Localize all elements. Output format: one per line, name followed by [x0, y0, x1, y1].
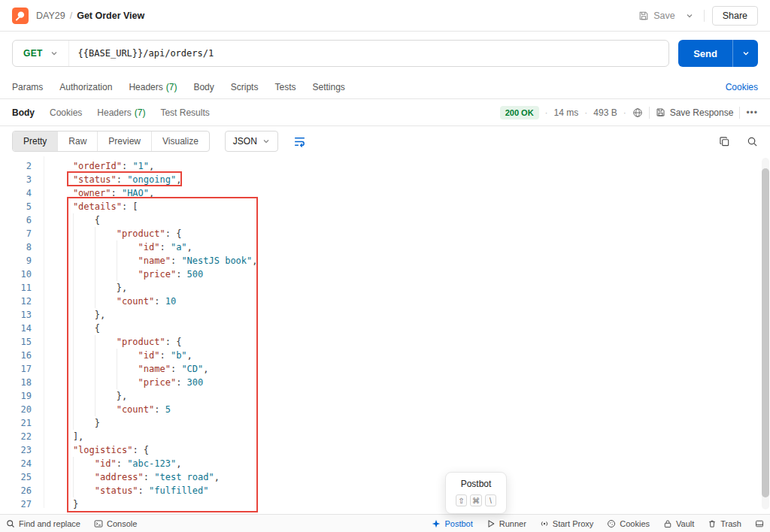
code-text: "address": "test road", [32, 470, 220, 484]
code-text: ], [32, 430, 83, 443]
postbot-tooltip: Postbot ⇧⌘\ [445, 472, 507, 514]
footer-item-vault[interactable]: Vault [663, 519, 694, 528]
response-tab-test-results[interactable]: Test Results [160, 107, 209, 118]
postbot-shortcut-keys: ⇧⌘\ [446, 494, 506, 506]
share-button[interactable]: Share [712, 6, 758, 26]
code-text: "orderId": "1", [32, 159, 154, 173]
code-line: 16 "id": "b", [0, 349, 770, 362]
more-actions-button[interactable]: ••• [746, 107, 758, 118]
tab-label: Body [12, 107, 35, 118]
code-text: } [32, 416, 100, 430]
code-text: "count": 5 [32, 403, 171, 416]
code-line: 14 { [0, 322, 770, 335]
search-icon[interactable] [747, 136, 758, 147]
save-button[interactable]: Save [638, 11, 675, 21]
footer-item-cookies[interactable]: Cookies [607, 519, 650, 528]
tab-label: Authorization [59, 82, 112, 92]
code-text: "status": "ongoing", [32, 173, 181, 186]
footer-item-find-and-replace[interactable]: Find and replace [6, 519, 80, 528]
response-tab-cookies[interactable]: Cookies [50, 107, 82, 118]
view-mode-raw[interactable]: Raw [57, 131, 97, 151]
footer-item-postbot[interactable]: Postbot [432, 519, 472, 528]
request-tab-scripts[interactable]: Scripts [231, 82, 259, 92]
footer-item-runner[interactable]: Runner [487, 519, 526, 528]
code-text: "price": 500 [32, 268, 203, 281]
top-bar-right: Save Share [638, 6, 758, 26]
footer-item-label: Start Proxy [553, 519, 593, 528]
save-response-button[interactable]: Save Response [656, 107, 734, 118]
footer-item-label: Postbot [444, 519, 472, 528]
chevron-down-icon [50, 50, 58, 57]
request-tab-tests[interactable]: Tests [274, 82, 296, 92]
footer-item-label: Console [107, 519, 137, 528]
request-tab-body[interactable]: Body [193, 82, 214, 92]
cookies-link[interactable]: Cookies [726, 82, 758, 92]
code-line: 10 "price": 500 [0, 268, 770, 281]
code-line: 25 "address": "test road", [0, 470, 770, 484]
response-time[interactable]: 14 ms [554, 107, 579, 118]
save-options-button[interactable] [683, 9, 696, 23]
request-tab-authorization[interactable]: Authorization [59, 82, 112, 92]
line-number: 12 [0, 295, 32, 308]
app-logo-icon[interactable] [12, 8, 29, 24]
line-number: 16 [0, 349, 32, 362]
format-select[interactable]: JSON [225, 131, 278, 152]
tab-label: Cookies [50, 107, 82, 118]
response-tab-headers[interactable]: Headers(7) [97, 107, 145, 118]
save-label: Save [653, 11, 675, 21]
send-button[interactable]: Send [678, 40, 758, 67]
code-text: }, [32, 308, 105, 322]
footer-item-trash[interactable]: Trash [708, 519, 741, 528]
request-tab-headers[interactable]: Headers(7) [129, 82, 177, 92]
footer-item-label: Vault [676, 519, 694, 528]
view-mode-switcher: PrettyRawPreviewVisualize [12, 131, 210, 152]
footer-item-console[interactable]: Console [94, 519, 137, 528]
request-tabs: ParamsAuthorizationHeaders(7)BodyScripts… [0, 75, 770, 99]
copy-icon[interactable] [719, 136, 730, 147]
line-number: 4 [0, 186, 32, 200]
line-number: 9 [0, 254, 32, 268]
globe-icon[interactable] [632, 107, 643, 118]
code-text: { [32, 322, 100, 335]
view-mode-visualize[interactable]: Visualize [151, 131, 209, 151]
footer-item-start-proxy[interactable]: Start Proxy [540, 519, 593, 528]
line-number: 5 [0, 200, 32, 213]
code-text: "price": 300 [32, 376, 203, 389]
tab-label: Tests [274, 82, 296, 92]
line-number: 11 [0, 281, 32, 295]
scrollbar[interactable] [762, 168, 769, 497]
breadcrumb-workspace[interactable]: DAY29 [36, 11, 65, 21]
view-mode-pretty[interactable]: Pretty [13, 131, 57, 151]
line-number: 22 [0, 430, 32, 443]
method-select[interactable]: GET [13, 41, 69, 66]
response-tab-body[interactable]: Body [12, 107, 35, 118]
request-tab-params[interactable]: Params [12, 82, 43, 92]
line-number: 14 [0, 322, 32, 335]
code-line: 23 "logistics": { [0, 443, 770, 457]
line-number: 24 [0, 457, 32, 470]
send-options-chevron-icon[interactable] [732, 40, 758, 67]
code-line: 17 "name": "CD", [0, 362, 770, 376]
tab-label: Headers [129, 82, 162, 92]
wrap-lines-icon[interactable] [293, 135, 306, 148]
keycap: \ [485, 494, 496, 506]
breadcrumb: DAY29 / Get Order View [36, 11, 144, 21]
code-text: "status": "fulfilled" [32, 484, 209, 497]
response-toolbar: PrettyRawPreviewVisualize JSON [0, 126, 770, 156]
request-tab-settings[interactable]: Settings [312, 82, 344, 92]
view-mode-preview[interactable]: Preview [97, 131, 151, 151]
runner-icon [487, 519, 496, 528]
divider [704, 10, 705, 22]
line-number: 26 [0, 484, 32, 497]
status-badge[interactable]: 200 OK [500, 106, 539, 119]
footer-panel-button[interactable] [755, 519, 764, 528]
line-number: 7 [0, 227, 32, 240]
code-text: }, [32, 281, 127, 295]
response-size[interactable]: 493 B [593, 107, 617, 118]
keycap: ⇧ [456, 494, 467, 506]
code-line: 19 }, [0, 389, 770, 403]
top-bar: DAY29 / Get Order View Save Share [0, 0, 770, 32]
send-label: Send [678, 48, 732, 59]
url-input[interactable] [69, 48, 669, 59]
save-response-label: Save Response [670, 107, 734, 118]
